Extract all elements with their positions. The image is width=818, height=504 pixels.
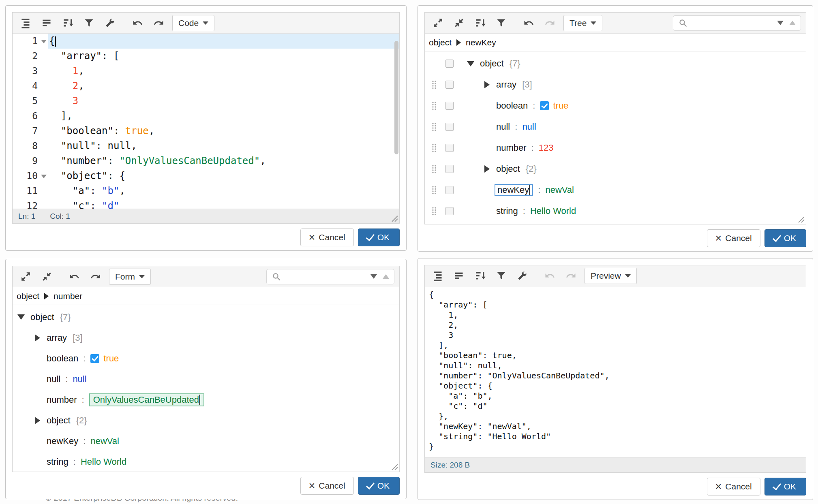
- search-next-icon[interactable]: [777, 21, 784, 25]
- expand-node-icon[interactable]: [32, 334, 43, 342]
- ok-button[interactable]: OK: [358, 229, 400, 246]
- expand-all-icon[interactable]: [430, 15, 446, 31]
- line-number[interactable]: 2: [13, 49, 48, 64]
- field-value[interactable]: newVal: [545, 185, 574, 195]
- field-name[interactable]: number: [47, 395, 77, 405]
- field-name[interactable]: array: [496, 79, 516, 90]
- field-value-editing[interactable]: OnlyValuesCanBeUpdated: [89, 393, 204, 406]
- field-name[interactable]: string: [496, 206, 518, 216]
- drag-handle-icon[interactable]: [428, 122, 440, 132]
- ok-button[interactable]: OK: [764, 478, 806, 495]
- code-line[interactable]: {: [48, 34, 399, 49]
- field-value[interactable]: 123: [539, 143, 554, 153]
- expand-node-icon[interactable]: [482, 81, 492, 88]
- resize-grip-icon[interactable]: [390, 463, 398, 471]
- field-name[interactable]: array: [47, 333, 67, 343]
- code-line[interactable]: "boolean": true,: [48, 124, 399, 139]
- line-number[interactable]: 10: [13, 169, 48, 184]
- code-line[interactable]: "c": "d": [48, 199, 399, 209]
- sort-icon[interactable]: [60, 15, 76, 31]
- expand-node-icon[interactable]: [482, 165, 492, 173]
- undo-icon[interactable]: [129, 15, 146, 31]
- collapse-node-icon[interactable]: [465, 61, 476, 66]
- collapse-all-icon[interactable]: [451, 15, 467, 31]
- drag-handle-icon[interactable]: [428, 207, 440, 216]
- context-menu-button[interactable]: [445, 102, 454, 110]
- format-json-icon[interactable]: [17, 15, 34, 31]
- format-json-icon[interactable]: [430, 268, 446, 284]
- undo-icon[interactable]: [520, 15, 537, 31]
- search-next-icon[interactable]: [370, 274, 377, 279]
- line-number[interactable]: 3: [13, 64, 48, 79]
- code-line[interactable]: "array": [: [48, 49, 399, 64]
- transform-filter-icon[interactable]: [81, 15, 97, 31]
- breadcrumb-root[interactable]: object: [17, 291, 39, 301]
- breadcrumb-root[interactable]: object: [429, 38, 452, 47]
- mode-dropdown-code[interactable]: Code: [172, 15, 214, 31]
- field-value[interactable]: true: [103, 353, 119, 364]
- expand-node-icon[interactable]: [32, 417, 43, 424]
- fold-toggle-icon[interactable]: [41, 175, 47, 178]
- field-value[interactable]: Hello World: [530, 206, 576, 216]
- field-name[interactable]: boolean: [496, 100, 528, 111]
- expand-all-icon[interactable]: [17, 269, 34, 285]
- compact-json-icon[interactable]: [39, 15, 55, 31]
- collapse-all-icon[interactable]: [39, 269, 55, 285]
- code-line[interactable]: "number": "OnlyValuesCanBeUpdated",: [48, 154, 399, 169]
- sort-icon[interactable]: [472, 15, 488, 31]
- resize-grip-icon[interactable]: [797, 215, 805, 223]
- repair-json-icon[interactable]: [514, 268, 530, 284]
- code-line[interactable]: "object": {: [48, 169, 399, 184]
- field-name[interactable]: string: [47, 457, 69, 467]
- line-number[interactable]: 6: [13, 109, 48, 124]
- search-input[interactable]: [285, 269, 367, 284]
- search-box[interactable]: [673, 15, 801, 31]
- field-name[interactable]: object: [480, 58, 504, 69]
- breadcrumb-current[interactable]: number: [54, 291, 82, 301]
- boolean-checkbox[interactable]: [90, 354, 99, 363]
- mode-dropdown-preview[interactable]: Preview: [585, 268, 637, 284]
- context-menu-button[interactable]: [445, 144, 454, 152]
- line-number[interactable]: 1: [13, 34, 48, 49]
- mode-dropdown-tree[interactable]: Tree: [563, 15, 602, 31]
- search-input[interactable]: [691, 16, 774, 30]
- context-menu-button[interactable]: [445, 165, 454, 173]
- search-previous-icon[interactable]: [383, 274, 389, 279]
- line-number[interactable]: 11: [13, 184, 48, 199]
- context-menu-button[interactable]: [445, 207, 454, 215]
- search-box[interactable]: [266, 269, 394, 284]
- redo-icon[interactable]: [87, 269, 103, 285]
- repair-json-icon[interactable]: [102, 15, 118, 31]
- field-value[interactable]: true: [553, 100, 568, 111]
- field-value[interactable]: null: [522, 122, 536, 132]
- field-name[interactable]: boolean: [47, 353, 78, 364]
- boolean-checkbox[interactable]: [540, 101, 549, 110]
- context-menu-button[interactable]: [445, 81, 454, 89]
- search-previous-icon[interactable]: [789, 21, 796, 25]
- drag-handle-icon[interactable]: [428, 164, 440, 174]
- compact-json-icon[interactable]: [451, 268, 467, 284]
- ok-button[interactable]: OK: [764, 229, 806, 247]
- line-number[interactable]: 4: [13, 79, 48, 94]
- context-menu-button[interactable]: [445, 60, 454, 68]
- sort-icon[interactable]: [472, 268, 488, 284]
- field-name-editing[interactable]: newKey: [495, 184, 533, 196]
- ok-button[interactable]: OK: [358, 477, 400, 495]
- code-line[interactable]: 3: [48, 94, 399, 109]
- field-name[interactable]: object: [47, 415, 71, 426]
- field-name[interactable]: object: [30, 312, 54, 322]
- field-name[interactable]: null: [47, 374, 60, 384]
- undo-icon[interactable]: [66, 269, 82, 285]
- drag-handle-icon[interactable]: [428, 80, 440, 90]
- code-line[interactable]: "null": null,: [48, 139, 399, 154]
- drag-handle-icon[interactable]: [428, 101, 440, 111]
- resize-grip-icon[interactable]: [390, 214, 398, 222]
- field-name[interactable]: object: [496, 164, 520, 174]
- vertical-scrollbar[interactable]: [394, 34, 399, 209]
- fold-toggle-icon[interactable]: [41, 40, 47, 43]
- context-menu-button[interactable]: [445, 123, 454, 131]
- code-line[interactable]: ],: [48, 109, 399, 124]
- code-area[interactable]: 123456789101112 { "array": [ 1, 2, 3 ], …: [13, 34, 399, 209]
- transform-filter-icon[interactable]: [493, 15, 509, 31]
- cancel-button[interactable]: × Cancel: [300, 477, 354, 495]
